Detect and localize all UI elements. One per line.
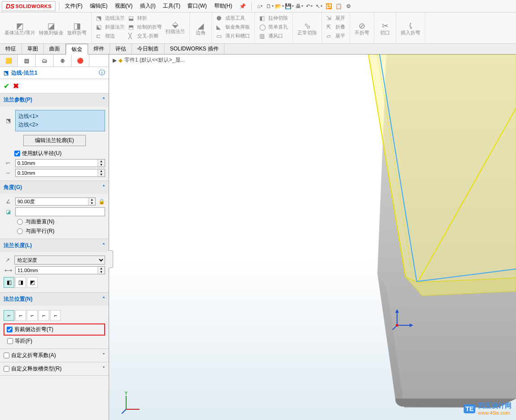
use-default-radius-checkbox[interactable] xyxy=(14,151,20,156)
cancel-button[interactable]: ✖ xyxy=(13,82,19,90)
forming-tool-button[interactable]: ⬢成形工具 xyxy=(215,13,252,22)
fold-button[interactable]: ⇱折叠 xyxy=(325,22,347,31)
insert-bend-button[interactable]: ⤹插入折弯 xyxy=(399,20,422,36)
3d-viewport[interactable]: ▶ ◆ 零件1 (默认<<默认>_显... 🔍 🔍 ↶ ◫ ▦ ◻ 👁 🎨 ⬛ … xyxy=(109,55,516,420)
flange-params-header[interactable]: 法兰参数(P)˄ xyxy=(0,93,109,106)
edit-profile-button[interactable]: 编辑法兰轮廓(E) xyxy=(23,135,86,146)
simple-hole-button[interactable]: ◯简单直孔 xyxy=(258,22,290,31)
position-button-3[interactable]: ⌐ xyxy=(27,310,38,321)
offset-checkbox[interactable] xyxy=(7,338,13,344)
spinner-down[interactable]: ▼ xyxy=(98,173,105,176)
sketch-bend-button[interactable]: ⬒绘制的折弯 xyxy=(127,22,164,31)
triad-icon[interactable] xyxy=(392,308,414,331)
doc-icon[interactable]: 📋 xyxy=(334,2,343,11)
menu-file[interactable]: 文件(F) xyxy=(61,0,86,13)
rebuild-icon[interactable]: 🔁 xyxy=(324,2,333,11)
flatten-button[interactable]: ▱展平 xyxy=(325,31,347,40)
parallel-radio[interactable] xyxy=(17,228,23,234)
panel-pull-handle[interactable] xyxy=(109,250,113,268)
spinner-up[interactable]: ▲ xyxy=(98,169,105,173)
custom-relief-checkbox[interactable] xyxy=(4,366,9,372)
length-type-select[interactable]: 给定深度 xyxy=(14,256,105,265)
sweep-flange-button[interactable]: ⬙扫描法兰 xyxy=(164,13,187,40)
normal-cut-button[interactable]: ⬂正常切除 xyxy=(296,20,319,36)
spinner-down[interactable]: ▼ xyxy=(98,163,105,167)
angle-input[interactable] xyxy=(16,198,88,205)
vent-button[interactable]: ▥通风口 xyxy=(258,31,290,40)
ok-button[interactable]: ✔ xyxy=(4,82,9,90)
radius1-input[interactable] xyxy=(16,160,97,167)
perpendicular-radio[interactable] xyxy=(17,219,23,225)
print-icon[interactable]: 🖶▾ xyxy=(295,2,304,11)
panel-tab-config[interactable]: 🗂 xyxy=(36,55,54,67)
base-flange-button[interactable]: ◩基体法兰/薄片 xyxy=(3,20,37,36)
chevron-up-icon: ˄ xyxy=(102,97,105,103)
panel-tab-property[interactable]: ▤ xyxy=(18,55,36,67)
cross-break-button[interactable]: ╳交叉-折断 xyxy=(127,31,164,40)
help-icon[interactable]: ⓘ xyxy=(99,69,105,77)
extrude-cut-button[interactable]: ◧拉伸切除 xyxy=(258,13,290,22)
rip-button[interactable]: ✂切口 xyxy=(377,20,393,36)
undo-icon[interactable]: ↶▾ xyxy=(305,2,313,11)
edge-flange-button[interactable]: ⬔边线法兰 xyxy=(94,13,127,22)
radius2-input[interactable] xyxy=(16,169,97,176)
spinner-up[interactable]: ▲ xyxy=(98,160,105,163)
tab-plugins[interactable]: SOLIDWORKS 插件 xyxy=(165,44,224,54)
face-selection-box[interactable] xyxy=(15,207,105,216)
settings-icon[interactable]: ⚙ xyxy=(344,2,353,11)
menu-pin[interactable]: 📌 xyxy=(236,0,250,13)
tab-evaluate[interactable]: 评估 xyxy=(110,44,132,54)
menu-help[interactable]: 帮助(H) xyxy=(211,0,236,13)
angle-header[interactable]: 角度(G)˄ xyxy=(0,181,109,194)
menu-view[interactable]: 视图(V) xyxy=(111,0,136,13)
tab-surface[interactable]: 曲面 xyxy=(44,44,66,54)
custom-bend-header[interactable]: 自定义折弯系数(A)˅ xyxy=(0,349,109,362)
panel-tab-feature[interactable]: 🟨 xyxy=(0,55,18,67)
position-button-5[interactable]: ⌐ xyxy=(50,310,61,321)
new-icon[interactable]: 🗋▾ xyxy=(265,2,274,11)
custom-relief-header[interactable]: 自定义释放槽类型(R)˅ xyxy=(0,362,109,376)
tab-today[interactable]: 今日制造 xyxy=(132,44,165,54)
menu-edit[interactable]: 编辑(E) xyxy=(86,0,111,13)
position-button-2[interactable]: ⌐ xyxy=(15,310,26,321)
jog-button[interactable]: ⬓转折 xyxy=(127,13,164,22)
length-ref-button-3[interactable]: ◩ xyxy=(27,277,38,288)
tab-feature[interactable]: 特征 xyxy=(0,44,22,54)
menu-tools[interactable]: 工具(T) xyxy=(159,0,184,13)
length-ref-button-1[interactable]: ◧ xyxy=(4,277,14,288)
corner-button[interactable]: ◢边角 xyxy=(193,20,209,36)
tab-sketch[interactable]: 草图 xyxy=(22,44,44,54)
trim-side-bends-checkbox[interactable] xyxy=(7,327,13,332)
open-icon[interactable]: 📂▾ xyxy=(275,2,284,11)
loft-bend-button[interactable]: ◨放样折弯 xyxy=(65,20,89,36)
select-icon[interactable]: ↖▾ xyxy=(314,2,323,11)
tab-sheetmetal[interactable]: 钣金 xyxy=(66,44,88,55)
save-icon[interactable]: 💾▾ xyxy=(285,2,294,11)
length-header[interactable]: 法兰长度(L)˄ xyxy=(0,239,109,252)
no-bend-button[interactable]: ⊘不折弯 xyxy=(353,20,371,36)
position-button-4[interactable]: ⌐ xyxy=(38,310,49,321)
panel-tab-appearance[interactable]: 🔴 xyxy=(72,55,89,67)
position-header[interactable]: 法兰位置(N)˄ xyxy=(0,293,109,306)
spinner-up[interactable]: ▲ xyxy=(98,267,105,270)
edge-selection-box[interactable]: 边线<1> 边线<2> xyxy=(15,110,105,131)
position-button-1[interactable]: ⌐ xyxy=(4,310,14,321)
length-ref-button-2[interactable]: ◨ xyxy=(15,277,26,288)
gusset-button[interactable]: ◣钣金角撑板 xyxy=(215,22,252,31)
spinner-down[interactable]: ▼ xyxy=(98,270,105,274)
convert-sheetmetal-button[interactable]: ◪转换到钣金 xyxy=(37,20,65,36)
spinner-up[interactable]: ▲ xyxy=(89,198,95,202)
miter-flange-button[interactable]: ⬕斜接法兰 xyxy=(94,22,127,31)
home-icon[interactable]: ⌂▾ xyxy=(255,2,264,11)
lock-icon[interactable]: 🔒 xyxy=(98,198,105,205)
hem-button[interactable]: ⊏褶边 xyxy=(94,31,127,40)
tab-slot-button[interactable]: ▭薄片和槽口 xyxy=(215,31,252,40)
unfold-button[interactable]: ⇲展开 xyxy=(325,13,347,22)
menu-insert[interactable]: 插入(I) xyxy=(136,0,159,13)
tab-weldment[interactable]: 焊件 xyxy=(88,44,110,54)
custom-bend-checkbox[interactable] xyxy=(4,353,9,358)
spinner-down[interactable]: ▼ xyxy=(89,202,95,205)
menu-window[interactable]: 窗口(W) xyxy=(184,0,210,13)
panel-tab-dim[interactable]: ⊕ xyxy=(54,55,72,67)
length-input[interactable] xyxy=(16,267,97,274)
